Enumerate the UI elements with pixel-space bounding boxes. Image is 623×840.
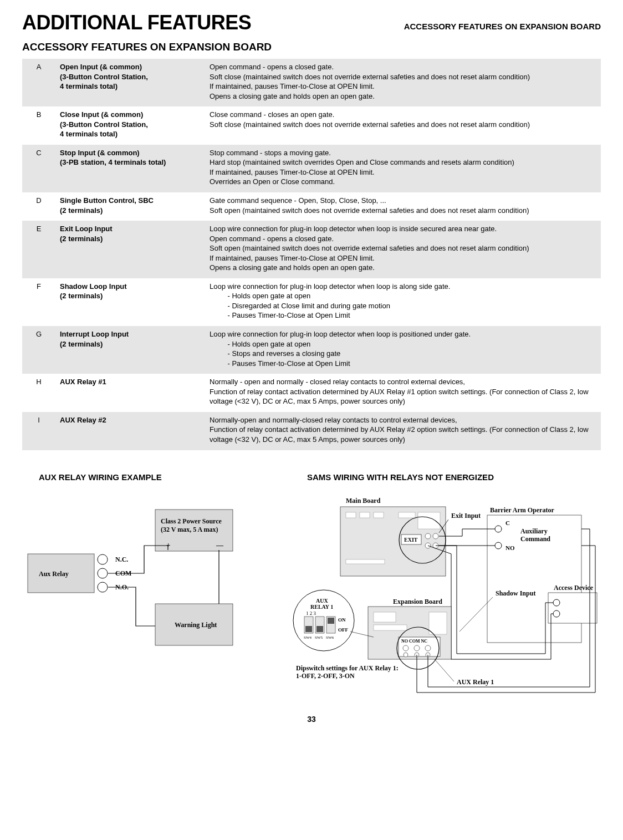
feature-letter: G [22,326,55,374]
warning-label: Warning Light [175,621,217,629]
table-row: DSingle Button Control, SBC(2 terminals)… [22,192,601,221]
sw6: SW6 [326,635,334,640]
svg-point-1 [98,554,108,564]
svg-point-22 [495,542,502,549]
svg-point-35 [404,653,408,657]
svg-rect-30 [429,612,447,634]
term-labels: NO COM NC [401,639,427,644]
expansion-board-label: Expansion Board [393,598,442,605]
svg-point-15 [433,533,438,539]
aux-cmd-line2: Command [520,535,550,543]
header-right-title: ACCESSORY FEATURES ON EXPANSION BOARD [404,22,601,31]
barrier-label: Barrier Arm Operator [490,506,554,514]
feature-description: Loop wire connection for plug-in loop de… [205,326,601,374]
sw-nums: 1 2 3 [306,610,316,616]
feature-name: Stop Input (& common)(3-PB station, 4 te… [55,145,205,192]
feature-description: Loop wire connection for plug-in loop de… [205,278,601,326]
svg-rect-9 [374,512,384,518]
feature-description: Normally-open and normally-closed relay … [205,412,601,450]
class2-line2: (32 V max, 5 A max) [161,526,218,533]
svg-point-25 [553,610,560,617]
aux-relay-1-box-l1: AUX [316,598,328,604]
main-title: ADDITIONAL FEATURES [22,11,251,34]
off-label: OFF [338,627,348,633]
plus-label: + [166,541,170,549]
feature-description: Gate command sequence - Open, Stop, Clos… [205,192,601,221]
feature-description: Close command - closes an open gate.Soft… [205,106,601,145]
feature-letter: A [22,59,55,106]
svg-point-2 [98,568,108,578]
feature-name: Single Button Control, SBC(2 terminals) [55,192,205,221]
nc-label: N.C. [115,556,128,563]
c-label: C [505,520,510,526]
class2-line1: Class 2 Power Source [161,517,222,525]
aux-cmd-line1: Auxiliary [520,527,548,535]
svg-point-24 [553,599,560,606]
feature-letter: F [22,278,55,326]
feature-description: Open command - opens a closed gate.Soft … [205,59,601,106]
svg-point-21 [495,526,502,532]
feature-name: AUX Relay #1 [55,374,205,412]
feature-letter: I [22,412,55,450]
svg-rect-10 [399,512,415,518]
svg-point-14 [425,533,431,539]
svg-rect-28 [374,612,396,622]
table-row: GInterrupt Loop Input(2 terminals)Loop w… [22,326,601,374]
on-label: ON [338,617,346,623]
feature-description: Loop wire connection for plug-in loop de… [205,221,601,278]
exit-tag: EXIT [404,537,418,543]
feature-name: AUX Relay #2 [55,412,205,450]
svg-rect-7 [346,512,356,518]
feature-name: Interrupt Loop Input(2 terminals) [55,326,205,374]
svg-point-33 [414,645,420,651]
feature-letter: D [22,192,55,221]
feature-letter: E [22,221,55,278]
svg-line-39 [435,659,454,681]
sw4: SW4 [304,635,312,640]
feature-description: Normally - open and normally - closed re… [205,374,601,412]
feature-name: Shadow Loop Input(2 terminals) [55,278,205,326]
dip-note-l2: 1-OFF, 2-OFF, 3-ON [296,672,355,680]
feature-name: Open Input (& common)(3-Button Control S… [55,59,205,106]
svg-point-34 [425,645,431,651]
svg-rect-11 [346,559,385,564]
diagram-left-title: AUX RELAY WIRING EXAMPLE [22,472,257,482]
feature-letter: C [22,145,55,192]
table-row: IAUX Relay #2Normally-open and normally-… [22,412,601,450]
aux-relay-1-box-l2: RELAY 1 [310,604,333,610]
aux-relay-1-label: AUX Relay 1 [457,678,494,686]
table-row: EExit Loop Input(2 terminals)Loop wire c… [22,221,601,278]
features-table: AOpen Input (& common)(3-Button Control … [22,59,601,450]
diagram-right-title: SAMS WIRING WITH RELAYS NOT ENERGIZED [290,472,601,482]
svg-rect-45 [316,626,323,632]
section-title: ACCESSORY FEATURES ON EXPANSION BOARD [22,41,601,53]
page-number: 33 [22,715,601,724]
svg-rect-8 [360,512,370,518]
sw5: SW5 [315,635,323,640]
svg-point-3 [98,582,108,592]
shadow-input-label: Shadow Input [496,589,535,597]
svg-rect-44 [305,626,312,632]
feature-letter: B [22,106,55,145]
table-row: AOpen Input (& common)(3-Button Control … [22,59,601,106]
svg-point-32 [403,645,408,651]
table-row: FShadow Loop Input(2 terminals)Loop wire… [22,278,601,326]
table-row: BClose Input (& common)(3-Button Control… [22,106,601,145]
sams-wiring-diagram: SAMS WIRING WITH RELAYS NOT ENERGIZED Ma… [290,472,601,704]
exit-input-label: Exit Input [451,512,481,520]
aux-relay-label: Aux Relay [39,570,69,578]
svg-rect-29 [374,625,407,630]
svg-rect-12 [418,512,440,529]
aux-relay-wiring-diagram: AUX RELAY WIRING EXAMPLE Aux Relay N.C. … [22,472,257,704]
svg-rect-46 [328,618,334,624]
main-board-label: Main Board [346,497,381,505]
feature-description: Stop command - stops a moving gate.Hard … [205,145,601,192]
table-row: CStop Input (& common)(3-PB station, 4 t… [22,145,601,192]
minus-label: — [216,541,224,549]
table-row: HAUX Relay #1Normally - open and normall… [22,374,601,412]
access-device-label: Access Device [554,584,594,592]
dip-note-l1: Dipswitch settings for AUX Relay 1: [296,664,399,672]
feature-name: Exit Loop Input(2 terminals) [55,221,205,278]
feature-letter: H [22,374,55,412]
feature-name: Close Input (& common)(3-Button Control … [55,106,205,145]
